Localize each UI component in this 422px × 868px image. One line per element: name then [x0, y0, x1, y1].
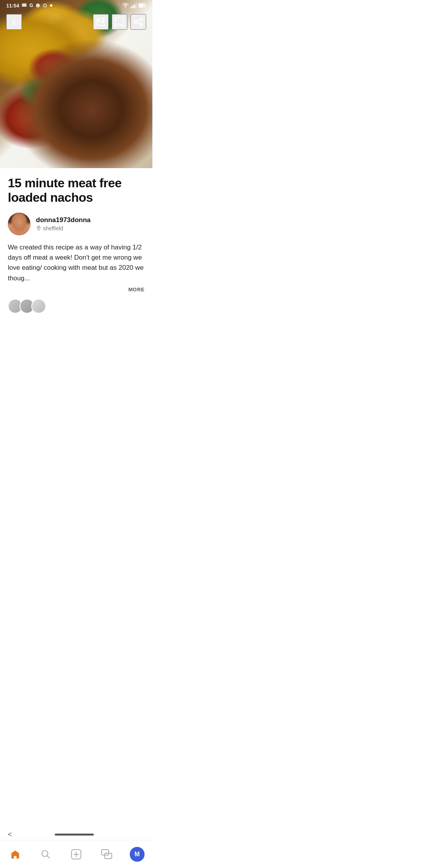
battery-icon — [138, 3, 146, 8]
back-button[interactable] — [6, 14, 22, 30]
status-right — [122, 3, 146, 8]
author-name[interactable]: donna1973donna — [36, 216, 91, 224]
reactions-row — [8, 299, 145, 317]
signal-icon — [131, 3, 137, 8]
top-navigation: + — [0, 11, 152, 33]
profile-initial: M — [134, 851, 139, 858]
svg-line-18 — [136, 20, 141, 22]
bookmark-button[interactable] — [112, 14, 127, 30]
svg-point-5 — [50, 4, 52, 7]
nav-add[interactable] — [64, 845, 88, 864]
save-to-album-button[interactable]: + — [93, 14, 109, 30]
status-left: 11:54 G — [6, 3, 53, 9]
system-back-button[interactable]: < — [8, 830, 12, 839]
bottom-navigation: M — [0, 840, 152, 868]
chat-icon — [101, 849, 112, 859]
g-icon: G — [29, 3, 33, 8]
svg-rect-8 — [134, 4, 135, 8]
profile-avatar: M — [130, 847, 145, 862]
author-info: donna1973donna sheffield — [36, 216, 91, 231]
message-icon — [21, 3, 27, 8]
recipe-description: We created this recipe as a way of havin… — [8, 242, 145, 283]
dot-icon — [50, 4, 53, 7]
location-pin-icon — [36, 226, 41, 231]
search-icon — [41, 849, 51, 859]
nav-home[interactable] — [4, 845, 27, 864]
svg-rect-9 — [136, 3, 137, 8]
svg-line-19 — [136, 23, 141, 24]
svg-point-1 — [36, 4, 40, 7]
svg-text:+: + — [103, 17, 105, 21]
content-section: 15 minute meat free loaded nachos donna1… — [0, 168, 152, 325]
svg-rect-6 — [131, 7, 132, 8]
svg-point-20 — [38, 227, 39, 228]
avatar[interactable] — [8, 213, 30, 235]
avatar-image — [8, 213, 30, 235]
author-row: donna1973donna sheffield — [8, 213, 145, 235]
status-bar: 11:54 G — [0, 0, 152, 11]
more-button[interactable]: MORE — [128, 287, 145, 292]
close-icon — [43, 3, 47, 8]
nav-chat[interactable] — [95, 845, 118, 864]
svg-rect-7 — [132, 5, 134, 8]
nav-right-icons: + — [93, 14, 146, 30]
more-button-row: MORE — [8, 287, 145, 292]
reaction-avatar-3 — [31, 299, 46, 314]
home-indicator-pill[interactable] — [55, 834, 94, 836]
svg-rect-11 — [145, 5, 146, 7]
home-icon — [10, 849, 20, 859]
hero-image-container: + — [0, 0, 152, 168]
svg-rect-12 — [139, 4, 144, 7]
nav-search[interactable] — [34, 845, 57, 864]
recipe-title: 15 minute meat free loaded nachos — [8, 176, 145, 205]
author-location: sheffield — [36, 225, 91, 231]
add-icon — [70, 848, 82, 860]
wifi-icon — [122, 3, 129, 8]
location-text: sheffield — [43, 225, 63, 231]
circle-icon — [36, 3, 40, 8]
nav-profile[interactable]: M — [125, 845, 149, 864]
share-button[interactable] — [131, 14, 146, 30]
home-indicator-bar: < — [0, 829, 152, 840]
page-wrapper: 11:54 G — [0, 0, 152, 364]
time-display: 11:54 — [6, 3, 19, 9]
svg-line-22 — [47, 855, 50, 858]
